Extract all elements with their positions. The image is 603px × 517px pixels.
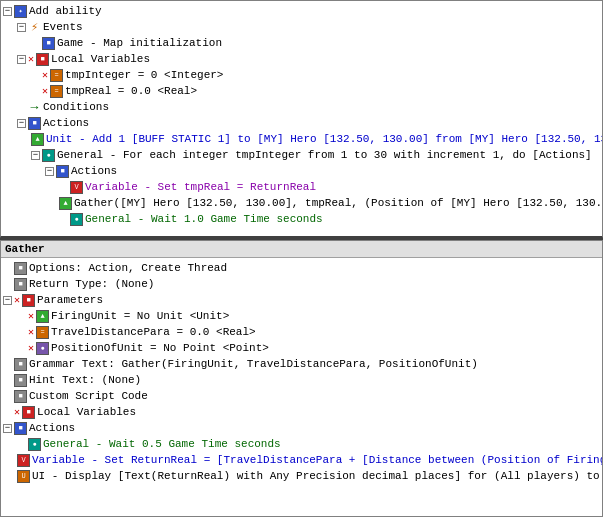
item-label: Add ability <box>29 5 102 17</box>
checkbox-icon: ✕ <box>42 69 48 81</box>
list-item[interactable]: ■ Hint Text: (None) <box>1 372 602 388</box>
params-icon: ■ <box>22 294 35 307</box>
param-icon: = <box>36 326 49 339</box>
item-label: Return Type: (None) <box>29 278 154 290</box>
gather-title-text: Gather <box>5 243 45 255</box>
bottom-panel: Gather ■ Options: Action, Create Thread … <box>0 240 603 517</box>
item-label: tmpInteger = 0 <Integer> <box>65 69 223 81</box>
top-panel: − ✦ Add ability − ⚡ Events ■ Game - Map … <box>0 0 603 238</box>
local-vars-icon: ■ <box>22 406 35 419</box>
item-label: Unit - Add 1 [BUFF STATIC 1] to [MY] Her… <box>46 133 602 145</box>
checkbox-icon: ✕ <box>28 326 34 338</box>
item-label: General - Wait 0.5 Game Time seconds <box>43 438 281 450</box>
general-icon: ● <box>70 213 83 226</box>
item-label: General - Wait 1.0 Game Time seconds <box>85 213 323 225</box>
item-label: Actions <box>29 422 75 434</box>
item-label: General - For each integer tmpInteger fr… <box>57 149 592 161</box>
expand-icon[interactable]: − <box>3 7 12 16</box>
ui-icon: U <box>17 470 30 483</box>
general-icon: ● <box>28 438 41 451</box>
list-item[interactable]: ■ Grammar Text: Gather(FiringUnit, Trave… <box>1 356 602 372</box>
list-item[interactable]: ● General - Wait 1.0 Game Time seconds <box>1 211 602 227</box>
item-label: Actions <box>71 165 117 177</box>
list-item[interactable]: V Variable - Set ReturnReal = [TravelDis… <box>1 452 602 468</box>
list-item[interactable]: − ✕ ■ Parameters <box>1 292 602 308</box>
param-icon: ▲ <box>36 310 49 323</box>
list-item[interactable]: ■ Options: Action, Create Thread <box>1 260 602 276</box>
item-label: Variable - Set ReturnReal = [TravelDista… <box>32 454 602 466</box>
item-label: Custom Script Code <box>29 390 148 402</box>
list-item[interactable]: − ■ Actions <box>1 115 602 131</box>
list-item[interactable]: − ■ Actions <box>1 163 602 179</box>
checkbox-icon: ✕ <box>14 294 20 306</box>
var-icon: = <box>50 69 63 82</box>
events-icon: ⚡ <box>28 21 41 34</box>
script-icon: ■ <box>14 390 27 403</box>
general-icon: ● <box>42 149 55 162</box>
var-icon: = <box>50 85 63 98</box>
checkbox-icon: ✕ <box>28 342 34 354</box>
list-item[interactable]: ✕ = tmpInteger = 0 <Integer> <box>1 67 602 83</box>
checkbox-icon: ✕ <box>14 406 20 418</box>
item-label: Conditions <box>43 101 109 113</box>
list-item[interactable]: ■ Return Type: (None) <box>1 276 602 292</box>
item-label: Events <box>43 21 83 33</box>
unit-icon: ▲ <box>31 133 44 146</box>
list-item[interactable]: → Conditions <box>1 99 602 115</box>
list-item[interactable]: ▲ Unit - Add 1 [BUFF STATIC 1] to [MY] H… <box>1 131 602 147</box>
list-item[interactable]: ✕ ▲ FiringUnit = No Unit <Unit> <box>1 308 602 324</box>
item-label: FiringUnit = No Unit <Unit> <box>51 310 229 322</box>
expand-icon[interactable]: − <box>45 167 54 176</box>
game-icon: ■ <box>42 37 55 50</box>
item-label: Gather([MY] Hero [132.50, 130.00], tmpRe… <box>74 197 602 209</box>
item-label: Hint Text: (None) <box>29 374 141 386</box>
list-item[interactable]: ✕ ■ Local Variables <box>1 404 602 420</box>
list-item[interactable]: − ✕ ■ Local Variables <box>1 51 602 67</box>
top-tree: − ✦ Add ability − ⚡ Events ■ Game - Map … <box>1 1 602 229</box>
gather-icon: ▲ <box>59 197 72 210</box>
list-item[interactable]: ✕ = tmpReal = 0.0 <Real> <box>1 83 602 99</box>
item-label: UI - Display [Text(ReturnReal) with Any … <box>32 470 602 482</box>
grammar-icon: ■ <box>14 358 27 371</box>
list-item[interactable]: ● General - Wait 0.5 Game Time seconds <box>1 436 602 452</box>
list-item[interactable]: − ● General - For each integer tmpIntege… <box>1 147 602 163</box>
list-item[interactable]: V Variable - Set tmpReal = ReturnReal <box>1 179 602 195</box>
checkbox-icon: ✕ <box>42 85 48 97</box>
list-item[interactable]: − ✦ Add ability <box>1 3 602 19</box>
gather-title: Gather <box>1 241 602 258</box>
arrow-icon: → <box>28 101 41 114</box>
item-label: Grammar Text: Gather(FiringUnit, TravelD… <box>29 358 478 370</box>
expand-icon[interactable]: − <box>17 23 26 32</box>
checkbox-icon: ✕ <box>28 53 34 65</box>
expand-icon[interactable]: − <box>31 151 40 160</box>
item-label: Actions <box>43 117 89 129</box>
item-label: Options: Action, Create Thread <box>29 262 227 274</box>
hint-icon: ■ <box>14 374 27 387</box>
list-item[interactable]: ■ Custom Script Code <box>1 388 602 404</box>
item-label: Variable - Set tmpReal = ReturnReal <box>85 181 316 193</box>
list-item[interactable]: ✕ = TravelDistancePara = 0.0 <Real> <box>1 324 602 340</box>
item-label: Local Variables <box>37 406 136 418</box>
list-item[interactable]: ▲ Gather([MY] Hero [132.50, 130.00], tmp… <box>1 195 602 211</box>
expand-icon[interactable]: − <box>17 119 26 128</box>
list-item[interactable]: U UI - Display [Text(ReturnReal) with An… <box>1 468 602 484</box>
expand-icon[interactable]: − <box>17 55 26 64</box>
return-icon: ■ <box>14 278 27 291</box>
expand-icon[interactable]: − <box>3 296 12 305</box>
actions-icon: ■ <box>56 165 69 178</box>
item-label: TravelDistancePara = 0.0 <Real> <box>51 326 256 338</box>
options-icon: ■ <box>14 262 27 275</box>
checkbox-icon: ✕ <box>28 310 34 322</box>
bottom-tree: ■ Options: Action, Create Thread ■ Retur… <box>1 258 602 486</box>
param-icon: ● <box>36 342 49 355</box>
item-label: tmpReal = 0.0 <Real> <box>65 85 197 97</box>
list-item[interactable]: − ■ Actions <box>1 420 602 436</box>
list-item[interactable]: − ⚡ Events <box>1 19 602 35</box>
list-item[interactable]: ■ Game - Map initialization <box>1 35 602 51</box>
var-icon: V <box>70 181 83 194</box>
actions-icon: ■ <box>28 117 41 130</box>
list-item[interactable]: ✕ ● PositionOfUnit = No Point <Point> <box>1 340 602 356</box>
expand-icon[interactable]: − <box>3 424 12 433</box>
actions-icon: ■ <box>14 422 27 435</box>
item-label: PositionOfUnit = No Point <Point> <box>51 342 269 354</box>
